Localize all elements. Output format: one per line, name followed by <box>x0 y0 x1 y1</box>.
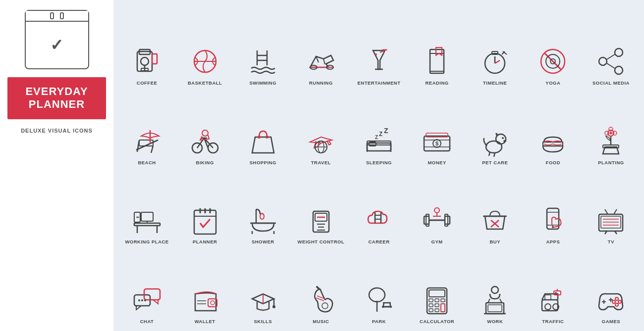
shopping-icon <box>246 124 280 158</box>
entertainment-label: ENTERTAINMENT <box>357 80 400 86</box>
games-label: GAMES <box>602 319 620 324</box>
icon-cell-planner: PLANNER <box>177 169 233 247</box>
icon-cell-weight-control: WEIGHT CONTROL <box>293 169 349 247</box>
traffic-label: TRAFFIC <box>542 319 564 324</box>
sleeping-icon: Z Z Z <box>362 124 396 158</box>
money-icon: $ <box>420 124 454 158</box>
pet-care-icon <box>478 124 512 158</box>
icon-cell-travel: TRAVEL <box>293 90 349 167</box>
icon-cell-sleeping: Z Z Z SLEEPING <box>351 90 407 167</box>
pet-care-label: PET CARE <box>482 160 508 165</box>
svg-point-146 <box>317 287 319 289</box>
beach-icon <box>130 124 164 158</box>
icon-cell-shopping: SHOPPING <box>235 90 291 167</box>
svg-rect-157 <box>441 299 445 302</box>
park-icon <box>362 283 396 317</box>
svg-point-180 <box>618 300 621 303</box>
svg-point-30 <box>599 57 607 65</box>
svg-point-31 <box>615 66 623 74</box>
shower-label: SHOWER <box>252 239 274 244</box>
wallet-label: WALLET <box>195 319 215 324</box>
icon-cell-pet-care: PET CARE <box>467 90 523 167</box>
yoga-icon <box>536 45 570 78</box>
beach-label: BEACH <box>138 160 156 165</box>
svg-rect-156 <box>435 299 439 302</box>
icon-cell-entertainment: ENTERTAINMENT <box>351 10 407 88</box>
svg-rect-158 <box>429 304 433 307</box>
svg-rect-5 <box>152 54 157 64</box>
svg-line-64 <box>489 152 490 156</box>
svg-point-109 <box>434 208 439 213</box>
reading-label: READING <box>425 80 448 86</box>
brand-title-line2: PLANNER <box>17 98 96 111</box>
icon-cell-wallet: WALLET <box>177 248 233 326</box>
icon-cell-career: CAREER <box>351 169 407 247</box>
reading-icon <box>420 45 454 78</box>
svg-point-181 <box>615 303 618 306</box>
planting-label: PLANTING <box>598 160 624 165</box>
svg-line-33 <box>607 63 615 68</box>
svg-point-43 <box>258 136 261 139</box>
swimming-label: SWIMMING <box>249 80 276 86</box>
svg-rect-172 <box>545 295 551 300</box>
svg-rect-161 <box>429 309 433 312</box>
icon-cell-gym: GYM <box>409 169 465 247</box>
apps-icon <box>536 203 570 237</box>
icon-cell-money: $ MONEY <box>409 90 465 167</box>
svg-rect-119 <box>599 214 623 231</box>
working-place-label: WORKING PLACE <box>125 239 168 244</box>
weight-control-label: WEIGHT CONTROL <box>298 239 345 244</box>
icon-cell-food: FOOD <box>525 90 581 167</box>
svg-rect-48 <box>367 143 391 151</box>
svg-line-32 <box>607 54 615 59</box>
icon-cell-apps: APPS <box>525 169 581 247</box>
svg-point-72 <box>610 132 612 134</box>
biking-icon <box>188 124 222 158</box>
svg-text:$: $ <box>435 141 438 146</box>
planner-label: PLANNER <box>193 239 217 244</box>
traffic-icon <box>536 283 570 317</box>
timeline-label: TIMELINE <box>483 80 507 86</box>
svg-point-170 <box>545 304 551 310</box>
chat-label: CHAT <box>140 319 154 324</box>
svg-line-37 <box>151 146 153 153</box>
svg-point-148 <box>369 288 385 302</box>
timeline-icon <box>478 45 512 78</box>
svg-rect-79 <box>141 212 153 221</box>
svg-rect-165 <box>488 305 502 312</box>
planner-icon <box>188 203 222 237</box>
shopping-label: SHOPPING <box>250 160 276 165</box>
icon-cell-basketball: BASKETBALL <box>177 10 233 88</box>
travel-icon <box>304 124 338 158</box>
svg-line-36 <box>137 140 139 152</box>
icon-cell-running: RUNNING <box>293 10 349 88</box>
svg-point-163 <box>491 286 498 293</box>
entertainment-icon <box>362 45 396 78</box>
chat-icon <box>130 283 164 317</box>
icon-cell-work: WORK <box>467 248 523 326</box>
svg-point-29 <box>615 48 623 56</box>
wallet-icon <box>188 283 222 317</box>
svg-text:Z: Z <box>379 131 382 138</box>
work-icon <box>478 283 512 317</box>
social-media-label: SOCIAL MEDIA <box>592 80 630 86</box>
icon-cell-reading: READING <box>409 10 465 88</box>
buy-label: BUY <box>489 239 500 244</box>
brand-box: EVERYDAY PLANNER <box>7 77 106 119</box>
svg-point-42 <box>202 130 208 136</box>
svg-point-44 <box>266 136 268 139</box>
calculator-icon <box>420 283 454 317</box>
icon-cell-traffic: TRAFFIC <box>525 248 581 326</box>
svg-line-22 <box>495 60 500 63</box>
music-label: MUSIC <box>313 319 329 324</box>
svg-point-63 <box>496 134 506 144</box>
icon-cell-biking: BIKING <box>177 90 233 167</box>
svg-text:Z: Z <box>375 135 378 140</box>
weight-control-icon <box>304 203 338 237</box>
icon-cell-beach: BEACH <box>119 90 175 167</box>
svg-rect-155 <box>429 299 433 302</box>
gym-icon <box>420 203 454 237</box>
park-label: PARK <box>372 319 386 324</box>
travel-label: TRAVEL <box>311 160 331 165</box>
working-place-icon <box>130 203 164 237</box>
